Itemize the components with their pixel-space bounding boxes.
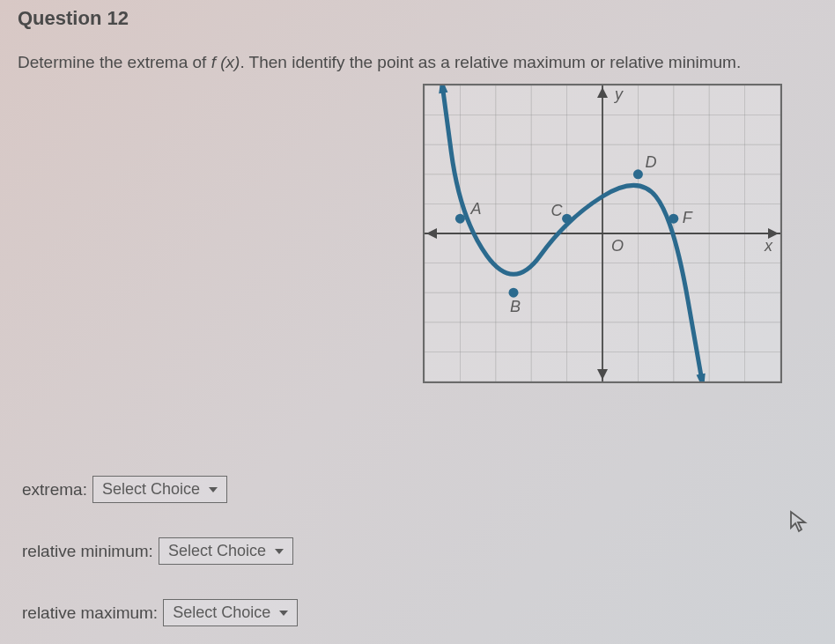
svg-marker-31 xyxy=(439,85,447,93)
svg-point-37 xyxy=(562,214,572,224)
svg-marker-26 xyxy=(597,87,608,98)
prompt-suffix: . Then identify the point as a relative … xyxy=(240,53,741,71)
svg-text:D: D xyxy=(645,153,656,171)
extrema-select-text: Select Choice xyxy=(102,480,200,499)
relative-minimum-select[interactable]: Select Choice xyxy=(159,537,293,565)
relative-maximum-label: relative maximum: xyxy=(22,603,158,623)
svg-marker-32 xyxy=(697,374,706,381)
svg-text:y: y xyxy=(613,85,624,103)
svg-text:C: C xyxy=(551,202,564,219)
graph-svg: yxOABCDF xyxy=(425,85,780,381)
cursor-icon xyxy=(789,510,809,538)
relative-minimum-label: relative minimum: xyxy=(22,542,153,561)
extrema-label: extrema: xyxy=(22,480,87,500)
chevron-down-icon xyxy=(209,487,218,492)
svg-point-33 xyxy=(455,214,465,224)
svg-text:F: F xyxy=(683,209,693,226)
relative-minimum-row: relative minimum: Select Choice xyxy=(22,537,293,565)
svg-text:A: A xyxy=(469,200,481,218)
prompt-fx: f (x) xyxy=(211,53,240,71)
svg-marker-25 xyxy=(426,228,437,239)
relative-maximum-select[interactable]: Select Choice xyxy=(163,599,298,626)
chevron-down-icon xyxy=(279,611,288,616)
relative-minimum-select-text: Select Choice xyxy=(168,542,266,560)
chevron-down-icon xyxy=(275,549,284,554)
svg-point-35 xyxy=(509,288,519,298)
question-number: Question 12 xyxy=(18,7,129,30)
relative-maximum-select-text: Select Choice xyxy=(173,603,270,622)
extrema-row: extrema: Select Choice xyxy=(22,476,227,503)
svg-text:x: x xyxy=(764,237,773,255)
svg-point-39 xyxy=(633,169,643,179)
svg-point-41 xyxy=(669,214,678,224)
graph: yxOABCDF xyxy=(423,84,782,383)
question-prompt: Determine the extrema of f (x). Then ide… xyxy=(18,53,741,72)
prompt-prefix: Determine the extrema of xyxy=(18,53,211,71)
svg-text:B: B xyxy=(510,298,521,315)
extrema-select[interactable]: Select Choice xyxy=(92,476,227,503)
svg-marker-27 xyxy=(597,369,608,380)
svg-text:O: O xyxy=(611,237,624,255)
relative-maximum-row: relative maximum: Select Choice xyxy=(22,599,298,626)
